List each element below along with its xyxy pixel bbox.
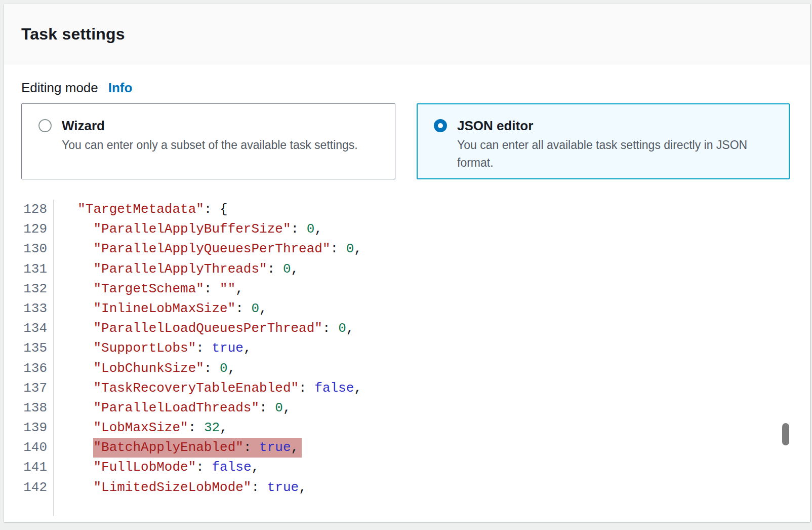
code-line[interactable]: 140 "BatchApplyEnabled": true,	[21, 438, 794, 458]
task-settings-panel: Task settings Editing mode Info Wizard Y…	[4, 4, 810, 522]
code-text[interactable]: "ParallelLoadThreads": 0,	[53, 398, 291, 418]
code-text[interactable]: "FullLobMode": false,	[53, 458, 259, 477]
line-number: 138	[21, 398, 53, 418]
code-line[interactable]: 142 "LimitedSizeLobMode": true,	[21, 478, 794, 498]
code-text[interactable]: "SupportLobs": true,	[53, 338, 252, 358]
line-number: 137	[21, 378, 53, 398]
info-link[interactable]: Info	[108, 80, 133, 96]
json-editor-radio-button[interactable]	[434, 119, 447, 132]
line-number: 129	[21, 219, 53, 239]
code-line[interactable]: 131 "ParallelApplyThreads": 0,	[21, 259, 794, 279]
code-line[interactable]: 141 "FullLobMode": false,	[21, 458, 794, 477]
json-editor-option-description: You can enter all available task setting…	[457, 136, 771, 172]
line-number: 142	[21, 478, 53, 498]
code-line[interactable]: 128 "TargetMetadata": {	[21, 200, 794, 219]
line-number: 131	[21, 259, 53, 279]
highlighted-code[interactable]: "BatchApplyEnabled": true,	[93, 438, 302, 458]
wizard-option-description: You can enter only a subset of the avail…	[62, 136, 358, 154]
json-editor-option-card[interactable]: JSON editor You can enter all available …	[417, 103, 790, 179]
code-text[interactable]: "LimitedSizeLobMode": true,	[53, 478, 307, 498]
panel-content: Editing mode Info Wizard You can enter o…	[4, 80, 810, 516]
scrollbar-thumb[interactable]	[782, 423, 789, 445]
editing-mode-row: Editing mode Info	[21, 80, 794, 96]
wizard-option-title: Wizard	[62, 117, 358, 134]
line-number: 128	[21, 200, 53, 219]
line-number: 134	[21, 319, 53, 338]
line-number: 132	[21, 279, 53, 299]
code-text[interactable]: "BatchApplyEnabled": true,	[53, 438, 302, 458]
code-text[interactable]: "TaskRecoveryTableEnabled": false,	[53, 378, 362, 398]
code-text[interactable]: "ParallelLoadQueuesPerThread": 0,	[53, 319, 354, 338]
line-number: 130	[21, 239, 53, 259]
json-editor-option-title: JSON editor	[457, 117, 771, 134]
code-line[interactable]: 139 "LobMaxSize": 32,	[21, 418, 794, 438]
line-number: 141	[21, 458, 53, 477]
line-number: 139	[21, 418, 53, 438]
line-number: 140	[21, 438, 53, 458]
json-code-editor[interactable]: 128 "TargetMetadata": {129 "ParallelAppl…	[21, 200, 794, 516]
code-line[interactable]: 130 "ParallelApplyQueuesPerThread": 0,	[21, 239, 794, 259]
code-text[interactable]: "LobMaxSize": 32,	[53, 418, 228, 438]
panel-title: Task settings	[21, 25, 125, 44]
code-line[interactable]: 134 "ParallelLoadQueuesPerThread": 0,	[21, 319, 794, 338]
editing-mode-options: Wizard You can enter only a subset of th…	[21, 103, 794, 179]
line-number: 136	[21, 359, 53, 378]
line-number: 135	[21, 338, 53, 358]
wizard-option-card[interactable]: Wizard You can enter only a subset of th…	[21, 103, 395, 179]
code-text[interactable]: "TargetSchema": "",	[53, 279, 243, 299]
editing-mode-label: Editing mode	[21, 80, 98, 96]
panel-header: Task settings	[4, 4, 810, 64]
code-text[interactable]: "ParallelApplyThreads": 0,	[53, 259, 299, 279]
code-text[interactable]: "ParallelApplyBufferSize": 0,	[53, 219, 322, 239]
code-line[interactable]: 132 "TargetSchema": "",	[21, 279, 794, 299]
code-text[interactable]: "InlineLobMaxSize": 0,	[53, 299, 267, 319]
code-line[interactable]: 138 "ParallelLoadThreads": 0,	[21, 398, 794, 418]
line-number: 133	[21, 299, 53, 319]
code-line[interactable]: 133 "InlineLobMaxSize": 0,	[21, 299, 794, 319]
code-text[interactable]: "TargetMetadata": {	[53, 200, 228, 219]
code-line[interactable]: 129 "ParallelApplyBufferSize": 0,	[21, 219, 794, 239]
gutter-divider	[53, 200, 54, 516]
code-line[interactable]: 136 "LobChunkSize": 0,	[21, 359, 794, 378]
code-line[interactable]: 137 "TaskRecoveryTableEnabled": false,	[21, 378, 794, 398]
code-text[interactable]: "LobChunkSize": 0,	[53, 359, 235, 378]
code-text[interactable]: "ParallelApplyQueuesPerThread": 0,	[53, 239, 362, 259]
code-line[interactable]: 135 "SupportLobs": true,	[21, 338, 794, 358]
wizard-radio-button[interactable]	[38, 119, 52, 132]
